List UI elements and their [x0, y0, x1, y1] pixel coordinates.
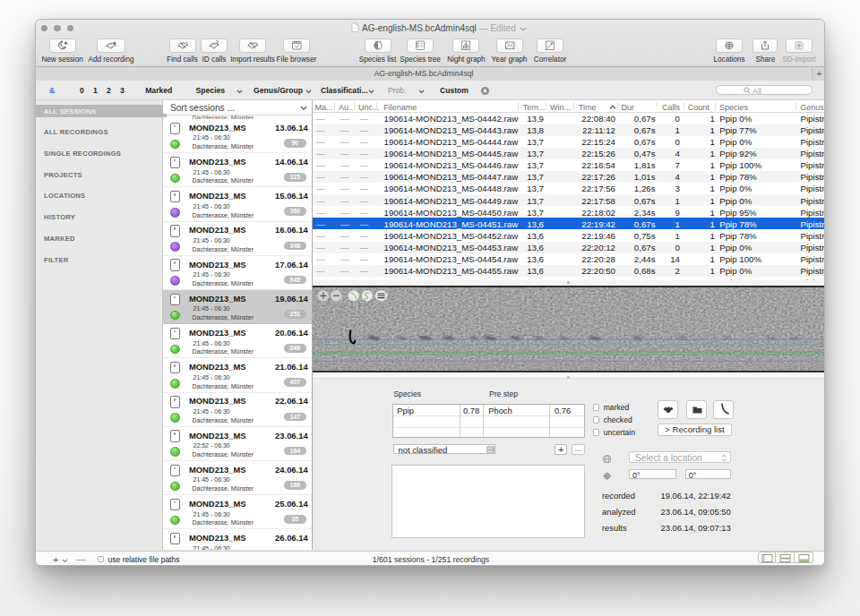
svg-text:?: ? — [216, 40, 219, 47]
